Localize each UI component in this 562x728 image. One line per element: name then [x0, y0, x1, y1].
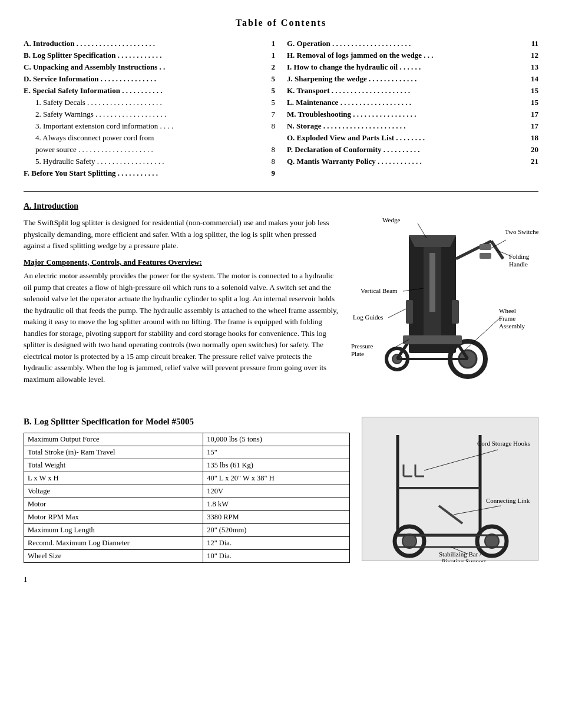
toc-item: J. Sharpening the wedge . . . . . . . . … [287, 74, 538, 84]
toc-item: A. Introduction . . . . . . . . . . . . … [24, 39, 275, 48]
toc-item-label: G. Operation . . . . . . . . . . . . . .… [287, 39, 529, 48]
toc-item-label: E. Special Safety Information . . . . . … [24, 86, 269, 95]
toc-item-label: D. Service Information . . . . . . . . .… [24, 74, 269, 84]
toc-right-col: G. Operation . . . . . . . . . . . . . .… [287, 39, 538, 180]
spec-value: 120V [203, 485, 350, 498]
spec-value: 20" (520mm) [203, 524, 350, 537]
toc-item-label: L. Maintenance . . . . . . . . . . . . .… [287, 98, 528, 107]
toc-item: 2. Safety Warnings . . . . . . . . . . .… [24, 110, 275, 119]
spec-row: Maximum Log Length20" (520mm) [24, 524, 350, 537]
toc-item-label: 3. Important extension cord information … [35, 121, 269, 131]
toc-left-col: A. Introduction . . . . . . . . . . . . … [24, 39, 287, 180]
toc-item-page: 8 [269, 121, 276, 131]
toc-item: power source . . . . . . . . . . . . . .… [24, 145, 275, 154]
spec-title: B. Log Splitter Specification for Model … [24, 417, 350, 427]
svg-text:Folding: Folding [509, 253, 530, 260]
spec-label: Maximum Log Length [24, 524, 203, 537]
bottom-diagram-svg: Cord Storage Hooks Connecting Link Stabi… [362, 417, 539, 562]
svg-text:Wedge: Wedge [382, 216, 400, 223]
spec-row: Total Stroke (in)- Ram Travel15" [24, 446, 350, 459]
top-diagram-svg: Wedge Vertical Beam Log Guides Pressure … [350, 200, 538, 406]
toc-item-label: Q. Mantis Warranty Policy . . . . . . . … [287, 157, 528, 166]
svg-line-22 [388, 309, 406, 318]
svg-line-51 [424, 450, 498, 470]
svg-text:Pressure: Pressure [351, 342, 373, 350]
svg-text:Assembly: Assembly [499, 322, 525, 330]
toc-item: F. Before You Start Splitting . . . . . … [24, 169, 275, 178]
spec-value: 10,000 lbs (5 tons) [203, 433, 350, 446]
spec-row: L x W x H40" L x 20" W x 38" H [24, 472, 350, 485]
svg-text:Stabilizing Bar /: Stabilizing Bar / [439, 551, 482, 558]
spec-label: Maximum Output Force [24, 433, 203, 446]
svg-line-12 [491, 241, 503, 259]
toc-item-label: N. Storage . . . . . . . . . . . . . . .… [287, 121, 528, 131]
spec-value: 1.8 kW [203, 498, 350, 511]
svg-rect-17 [480, 253, 491, 259]
toc-item-page: 20 [528, 145, 538, 154]
toc-item-page: 5 [269, 86, 276, 95]
intro-section: A. Introduction The SwiftSplit log split… [24, 200, 538, 406]
toc-item-page: 5 [269, 98, 276, 107]
toc-item-page: 12 [528, 51, 538, 60]
toc-item-label: C. Unpacking and Assembly Instructions .… [24, 62, 269, 72]
toc-container: A. Introduction . . . . . . . . . . . . … [24, 39, 538, 180]
svg-rect-3 [429, 253, 435, 312]
svg-rect-16 [480, 244, 491, 250]
toc-item-label: 1. Safety Decals . . . . . . . . . . . .… [35, 98, 269, 107]
spec-label: Wheel Size [24, 550, 203, 563]
toc-item: G. Operation . . . . . . . . . . . . . .… [287, 39, 538, 48]
spec-value: 40" L x 20" W x 38" H [203, 472, 350, 485]
intro-diagram: Wedge Vertical Beam Log Guides Pressure … [350, 200, 538, 406]
svg-text:Cord Storage Hooks: Cord Storage Hooks [477, 440, 530, 447]
spec-value: 3380 RPM [203, 511, 350, 524]
page-number: 1 [24, 575, 538, 584]
spec-label: Total Stroke (in)- Ram Travel [24, 446, 203, 459]
svg-rect-14 [452, 300, 459, 324]
toc-item: 1. Safety Decals . . . . . . . . . . . .… [24, 98, 275, 107]
toc-item: H. Removal of logs jammed on the wedge .… [287, 51, 538, 60]
toc-item-label: A. Introduction . . . . . . . . . . . . … [24, 39, 269, 48]
svg-text:Pivoting Support: Pivoting Support [442, 558, 486, 562]
svg-text:Frame: Frame [499, 315, 515, 322]
toc-item-label: M. Troubleshooting . . . . . . . . . . .… [287, 110, 528, 119]
components-title: Major Components, Controls, and Features… [24, 256, 338, 268]
toc-item: 5. Hydraulic Safety . . . . . . . . . . … [24, 157, 275, 166]
toc-item: L. Maintenance . . . . . . . . . . . . .… [287, 98, 538, 107]
svg-line-53 [454, 506, 501, 515]
svg-line-48 [439, 506, 462, 523]
toc-item-page: 7 [269, 110, 276, 119]
spec-row: Recomd. Maximum Log Diameter12" Dia. [24, 537, 350, 550]
toc-item-label: P. Declaration of Conformity . . . . . .… [287, 145, 528, 154]
toc-item-page: 18 [528, 133, 538, 143]
svg-line-32 [465, 318, 500, 350]
toc-item-page: 1 [269, 39, 276, 48]
toc-item-label: 5. Hydraulic Safety . . . . . . . . . . … [35, 157, 269, 166]
spec-value: 12" Dia. [203, 537, 350, 550]
toc-item-label: B. Log Splitter Specification . . . . . … [24, 51, 269, 60]
toc-item-page: 15 [528, 98, 538, 107]
intro-para1: The SwiftSplit log splitter is designed … [24, 217, 338, 252]
toc-item: 4. Always disconnect power cord from [24, 133, 275, 143]
toc-item-label: J. Sharpening the wedge . . . . . . . . … [287, 74, 528, 84]
spec-label: Voltage [24, 485, 203, 498]
toc-item: B. Log Splitter Specification . . . . . … [24, 51, 275, 60]
toc-item: 3. Important extension cord information … [24, 121, 275, 131]
toc-item: N. Storage . . . . . . . . . . . . . . .… [287, 121, 538, 131]
spec-row: Wheel Size10" Dia. [24, 550, 350, 563]
top-diagram-wrapper: Wedge Vertical Beam Log Guides Pressure … [350, 200, 538, 406]
toc-item: I. How to change the hydraulic oil . . .… [287, 62, 538, 72]
toc-item-page: 14 [528, 74, 538, 84]
intro-para2: An electric motor assembly provides the … [24, 270, 338, 385]
intro-title: A. Introduction [24, 200, 338, 212]
intro-text: A. Introduction The SwiftSplit log split… [24, 200, 338, 406]
toc-item: O. Exploded View and Parts List . . . . … [287, 133, 538, 143]
spec-value: 15" [203, 446, 350, 459]
spec-right: Cord Storage Hooks Connecting Link Stabi… [362, 417, 538, 563]
spec-label: Motor RPM Max [24, 511, 203, 524]
toc-item: Q. Mantis Warranty Policy . . . . . . . … [287, 157, 538, 166]
svg-rect-13 [406, 300, 413, 324]
toc-item-page: 5 [269, 74, 276, 84]
svg-text:Connecting Link: Connecting Link [486, 497, 530, 504]
spec-value: 10" Dia. [203, 550, 350, 563]
toc-item-label: I. How to change the hydraulic oil . . .… [287, 62, 528, 72]
